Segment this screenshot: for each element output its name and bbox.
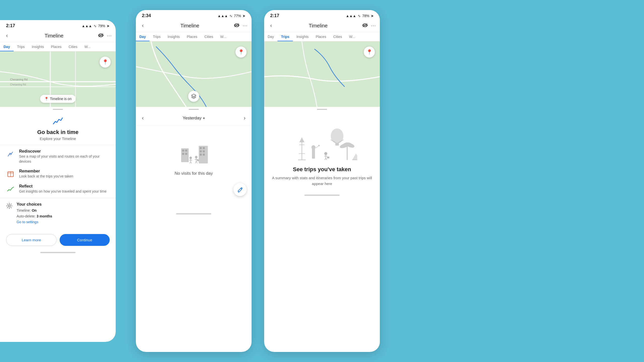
phone2-date-text: Yesterday	[183, 116, 202, 121]
phone3-battery-icon: 78%	[362, 14, 369, 18]
choices-header: Your choices Timeline: On Auto-delete: 3…	[6, 202, 110, 224]
phone1-tab-bar: Day Trips Insights Places Cities W...	[0, 42, 116, 52]
phone3-hide-icon[interactable]	[362, 23, 368, 29]
phone1-action-buttons: Learn more Continue	[0, 230, 116, 250]
tab-trips-3[interactable]: Trips	[277, 32, 293, 41]
tab-trips-2[interactable]: Trips	[149, 32, 164, 41]
svg-marker-49	[299, 137, 304, 142]
feature-rediscover: Rediscover See a map of your visits and …	[6, 149, 110, 164]
phone1-nav-bar: ‹ Timeline ⋯	[0, 29, 116, 42]
phone1-location-pin[interactable]: 📍	[100, 57, 111, 68]
phone2-fab-area	[136, 191, 252, 211]
phone2-next-day[interactable]: ›	[243, 114, 247, 122]
tab-insights-3[interactable]: Insights	[293, 32, 312, 41]
tab-cities-2[interactable]: Cities	[201, 32, 217, 41]
svg-rect-39	[200, 150, 202, 152]
tab-more-2[interactable]: W...	[217, 32, 230, 41]
tab-day-3[interactable]: Day	[264, 32, 277, 41]
phone2-signal-icon: ▲▲▲	[217, 14, 228, 18]
phone2-back-button[interactable]: ‹	[140, 21, 146, 30]
tab-insights-1[interactable]: Insights	[28, 42, 47, 51]
tab-day-1[interactable]: Day	[0, 42, 14, 51]
no-visits-illustration	[179, 141, 209, 166]
svg-marker-61	[352, 154, 357, 160]
tab-more-3[interactable]: W...	[346, 32, 359, 41]
phone3-wifi-icon: ∿	[358, 14, 361, 18]
choices-gear-icon	[6, 203, 13, 211]
tab-trips-1[interactable]: Trips	[14, 42, 28, 51]
tab-places-2[interactable]: Places	[183, 32, 201, 41]
phone2-layers-btn[interactable]	[188, 91, 199, 102]
phone1-more-icon[interactable]: ⋯	[107, 33, 112, 39]
svg-rect-38	[203, 147, 205, 149]
phone3-back-button[interactable]: ‹	[268, 21, 274, 30]
svg-rect-21	[182, 153, 184, 155]
battery-icon: 79%	[98, 24, 105, 28]
tab-more-1[interactable]: W...	[81, 42, 94, 51]
phone2-status-bar: 2:34 ▲▲▲ ∿ 77% ➤	[136, 10, 252, 19]
phone1-nav-icons: ⋯	[98, 33, 112, 39]
svg-rect-33	[197, 160, 199, 161]
phone3: 2:17 ▲▲▲ ∿ 78% ➤ ‹ Timeline ⋯ Day Trips …	[264, 10, 380, 352]
phone2-drag-handle	[189, 109, 199, 110]
svg-rect-51	[312, 149, 315, 159]
learn-more-button[interactable]: Learn more	[6, 234, 57, 246]
phone1-timeline-badge: 📍 Timeline is on	[40, 95, 76, 103]
tab-insights-2[interactable]: Insights	[164, 32, 183, 41]
rediscover-desc: See a map of your visits and routes on e…	[19, 154, 110, 164]
phone1-map: Chesaning Rd Chesaning Rd 📍 📍 Timeline i…	[0, 52, 116, 107]
tab-places-3[interactable]: Places	[312, 32, 330, 41]
svg-point-23	[189, 157, 192, 159]
svg-point-54	[318, 145, 320, 146]
trips-title: See trips you've taken	[293, 166, 351, 173]
gbit-icon	[6, 117, 110, 127]
continue-button[interactable]: Continue	[60, 234, 110, 246]
svg-point-52	[311, 145, 315, 149]
phone2-map: 📍	[136, 41, 252, 107]
your-choices: Your choices Timeline: On Auto-delete: 3…	[0, 198, 116, 230]
phone1-back-button[interactable]: ‹	[4, 31, 10, 40]
go-to-settings-link[interactable]: Go to settings	[17, 220, 52, 224]
phone2-location-icon: ➤	[243, 14, 246, 18]
feature-reflect: Reflect Get insights on how you've trave…	[6, 184, 110, 194]
phone3-time: 2:17	[270, 13, 279, 18]
no-visits-text: No visits for this day	[175, 171, 213, 176]
svg-line-67	[326, 158, 327, 160]
phone2-prev-day[interactable]: ‹	[141, 114, 145, 122]
phone2-date-dropdown-icon: ▾	[203, 116, 205, 120]
svg-point-12	[8, 205, 10, 207]
phone2-hide-icon[interactable]	[234, 23, 239, 29]
phone3-tab-bar: Day Trips Insights Places Cities W...	[264, 32, 380, 41]
phone2-more-icon[interactable]: ⋯	[243, 23, 248, 29]
phone2-edit-fab[interactable]	[233, 183, 247, 196]
phone2-home-indicator	[176, 213, 211, 214]
svg-point-63	[324, 152, 327, 155]
phone3-nav-title: Timeline	[274, 23, 362, 29]
tab-day-2[interactable]: Day	[136, 32, 149, 41]
rediscover-title: Rediscover	[19, 149, 110, 154]
timeline-badge-icon: 📍	[44, 97, 49, 101]
remember-desc: Look back at the trips you've taken	[19, 174, 73, 179]
phone1-nav-title: Timeline	[10, 33, 98, 39]
phone2-date-label[interactable]: Yesterday ▾	[183, 116, 205, 121]
svg-rect-40	[203, 150, 205, 152]
phone1-hide-icon[interactable]	[98, 33, 104, 39]
phone3-status-bar: 2:17 ▲▲▲ ∿ 78% ➤	[264, 10, 380, 19]
feature-list: Rediscover See a map of your visits and …	[0, 145, 116, 198]
svg-rect-41	[200, 154, 202, 156]
trips-desc: A summary with stats and itineraries fro…	[270, 175, 374, 187]
phone3-trips-content: See trips you've taken A summary with st…	[264, 111, 380, 193]
tab-cities-1[interactable]: Cities	[65, 42, 81, 51]
phone2-nav-icons: ⋯	[234, 23, 248, 29]
phone3-location-pin[interactable]: 📍	[364, 47, 375, 58]
phone3-home-indicator	[304, 195, 340, 196]
svg-rect-37	[200, 147, 202, 149]
tab-places-1[interactable]: Places	[48, 42, 65, 51]
phone3-more-icon[interactable]: ⋯	[371, 23, 376, 29]
svg-point-28	[195, 156, 197, 158]
tab-cities-3[interactable]: Cities	[330, 32, 346, 41]
phone2-no-visits-area: No visits for this day	[136, 126, 252, 191]
phone3-map: 📍	[264, 41, 380, 107]
phone3-signal-icon: ▲▲▲	[346, 14, 356, 18]
phone2-location-pin[interactable]: 📍	[235, 47, 247, 58]
